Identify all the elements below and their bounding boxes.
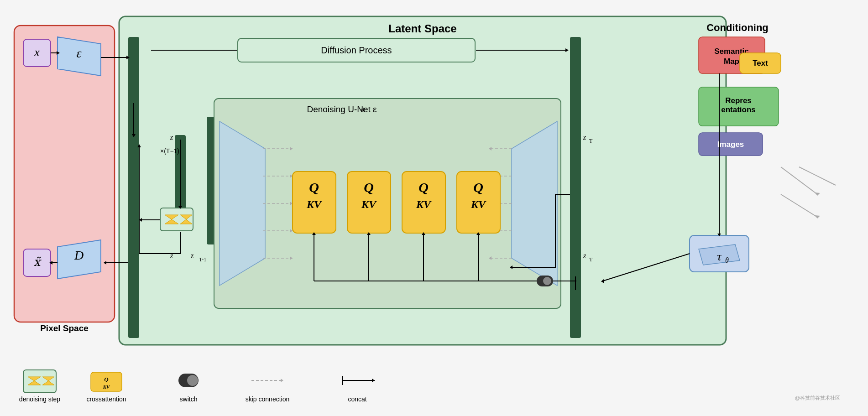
- legend-q: Q: [104, 376, 109, 383]
- svg-line-76: [781, 194, 817, 217]
- svg-marker-24: [512, 121, 557, 286]
- kv-label-4: KV: [471, 198, 486, 210]
- main-svg: Pixel Space x x̃ ε D Latent Space Diffus: [10, 12, 858, 404]
- svg-marker-79: [815, 215, 820, 218]
- kv-label-3: KV: [416, 198, 432, 210]
- q-label-1: Q: [309, 180, 319, 195]
- latent-space-label: Latent Space: [388, 22, 456, 35]
- conditioning-label: Conditioning: [706, 22, 769, 33]
- svg-rect-87: [23, 370, 56, 393]
- svg-line-75: [781, 167, 817, 194]
- legend-switch-label: switch: [180, 395, 198, 403]
- kv-label-1: KV: [306, 198, 322, 210]
- svg-marker-95: [372, 379, 375, 382]
- z-label-bottom: z: [170, 251, 173, 260]
- svg-marker-78: [815, 192, 820, 196]
- unet-theta: θ: [361, 107, 364, 114]
- repr-label2: entations: [721, 105, 756, 114]
- repr-label1: Repres: [725, 96, 752, 105]
- unet-label: Denoising U-Net ε: [307, 104, 377, 114]
- z-T1-subscript: T-1: [199, 256, 206, 263]
- times-t1-label: ×(T−1): [160, 147, 179, 155]
- zT-label-top: z: [583, 133, 586, 141]
- q-label-3: Q: [418, 180, 429, 195]
- zT-subscript-top: T: [589, 138, 593, 144]
- legend-crossattn-label: crossattention: [86, 395, 126, 403]
- svg-line-77: [799, 167, 836, 185]
- legend-denoising-label: denoising step: [19, 395, 61, 403]
- z-T1-label: z: [190, 251, 194, 260]
- legend-kv: KV: [103, 384, 110, 390]
- svg-marker-23: [220, 121, 265, 286]
- svg-point-90: [187, 375, 198, 386]
- encoder-label: ε: [76, 46, 81, 60]
- svg-point-61: [543, 277, 551, 285]
- svg-rect-17: [570, 37, 581, 338]
- pixel-space-label: Pixel Space: [40, 323, 89, 333]
- zT-label-bottom: z: [583, 251, 586, 260]
- diffusion-process-label: Diffusion Process: [321, 45, 392, 55]
- watermark: @科技前谷技术社区: [795, 395, 840, 400]
- decoder-label: D: [74, 248, 84, 262]
- zT-subscript-bottom: T: [589, 256, 593, 263]
- x-label: x: [34, 46, 40, 59]
- svg-rect-14: [128, 37, 139, 338]
- tau-theta-subscript: θ: [725, 256, 729, 264]
- svg-marker-92: [281, 379, 283, 382]
- images-label: Images: [717, 140, 744, 149]
- z-label-top: z: [170, 133, 173, 141]
- legend-skip-label: skip connection: [246, 395, 290, 403]
- q-label-4: Q: [473, 180, 483, 195]
- q-label-2: Q: [364, 180, 374, 195]
- full-diagram: Pixel Space x x̃ ε D Latent Space Diffus: [10, 12, 858, 404]
- kv-label-2: KV: [361, 198, 377, 210]
- legend-concat-label: concat: [348, 395, 366, 403]
- svg-rect-63: [160, 208, 193, 231]
- semantic-map-label2: Map: [724, 57, 739, 66]
- text-cond-label: Text: [753, 59, 768, 68]
